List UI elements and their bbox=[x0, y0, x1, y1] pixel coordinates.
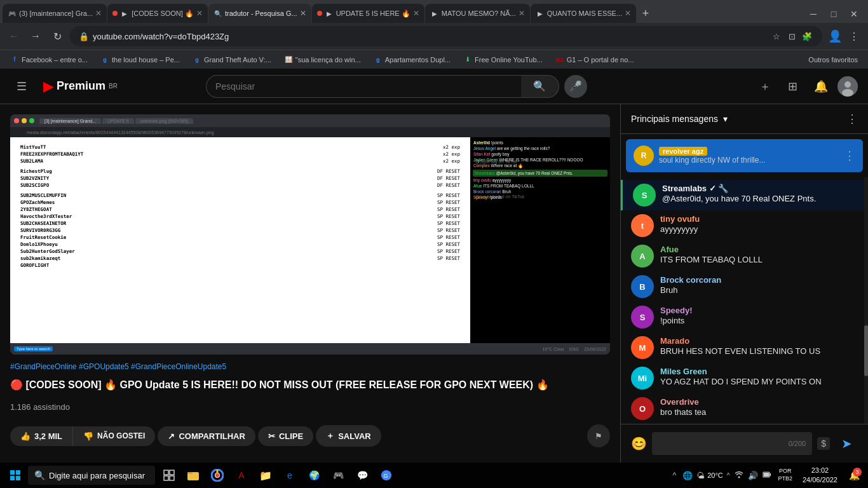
google-favicon-1: g bbox=[100, 55, 109, 64]
tab-3-close[interactable]: ✕ bbox=[300, 9, 306, 18]
chat-input-box[interactable]: 0/200 bbox=[652, 432, 812, 455]
bookmark-g1[interactable]: G1 G1 – O portal de no... bbox=[550, 54, 639, 65]
bookmark-star-icon[interactable]: ☆ bbox=[770, 30, 783, 43]
svg-rect-5 bbox=[10, 476, 15, 480]
tab-5-close[interactable]: ✕ bbox=[519, 9, 525, 18]
bookmark-facebook[interactable]: f Facebook – entre o... bbox=[5, 54, 93, 65]
tab-4[interactable]: ▶ UPDATE 5 IS HERE 🔥 ✕ bbox=[312, 4, 424, 23]
tab-3[interactable]: 🔍 tradutor - Pesquisa G... ✕ bbox=[208, 4, 311, 23]
network-status-icon[interactable] bbox=[733, 469, 745, 482]
clip-button[interactable]: ✂ CLIPE bbox=[258, 426, 313, 446]
network-icon[interactable]: 🌐 bbox=[681, 470, 694, 482]
chrome-taskbar-icon-2[interactable]: G bbox=[375, 464, 398, 487]
chat-more-button[interactable]: ⋮ bbox=[846, 112, 858, 126]
svg-text:G: G bbox=[384, 473, 388, 479]
chat-messages-list: S Streamlabs ✓ 🔧 @Aster0id, you have 70 … bbox=[621, 177, 868, 424]
send-button[interactable]: ➤ bbox=[835, 432, 858, 455]
new-tab-button[interactable]: + bbox=[637, 4, 654, 23]
volume-icon[interactable]: 🔊 bbox=[747, 470, 759, 482]
minimize-button[interactable]: ─ bbox=[804, 5, 822, 23]
hamburger-menu[interactable]: ☰ bbox=[10, 75, 33, 98]
tab-5[interactable]: ▶ MATOU MESMO? NÃ... ✕ bbox=[425, 4, 530, 23]
flag-icon: ⚑ bbox=[595, 431, 602, 441]
bookmark-loud-house[interactable]: g the loud house – Pe... bbox=[95, 54, 185, 65]
dollar-button[interactable]: $ bbox=[817, 437, 830, 450]
share-button[interactable]: ↗ COMPARTILHAR bbox=[158, 426, 255, 446]
svg-rect-9 bbox=[164, 476, 168, 480]
file-explorer-taskbar-icon[interactable] bbox=[182, 464, 205, 487]
more-menu-button[interactable]: ⋮ bbox=[845, 27, 863, 45]
url-bar[interactable]: 🔒 youtube.com/watch?v=doTbpd423Zg ☆ ⊡ 🧩 bbox=[70, 26, 822, 46]
taskbar-expand-button[interactable]: ^ bbox=[726, 471, 731, 480]
chat-scrollbar-track[interactable] bbox=[864, 177, 868, 424]
folder-taskbar-icon[interactable]: 📁 bbox=[254, 464, 277, 487]
emoji-button[interactable]: 😊 bbox=[631, 436, 647, 451]
youtube-logo[interactable]: ▶ Premium BR bbox=[43, 78, 118, 95]
edge-taskbar-icon[interactable]: e bbox=[278, 464, 301, 487]
create-button[interactable]: ＋ bbox=[754, 75, 776, 98]
firefox-taskbar-icon[interactable]: 🌍 bbox=[302, 464, 325, 487]
profile-icon[interactable]: 👤 bbox=[826, 27, 844, 45]
chat-header-title[interactable]: Principais mensagens ▾ bbox=[631, 114, 728, 124]
refresh-button[interactable]: ↻ bbox=[48, 27, 66, 45]
taskbar-clock[interactable]: 23:02 24/06/2022 bbox=[797, 466, 843, 485]
notifications-button-taskbar[interactable]: 🔔 3 bbox=[845, 466, 863, 484]
tab-6[interactable]: ▶ QUANTO MAIS ESSE... ✕ bbox=[531, 4, 636, 23]
user-avatar[interactable] bbox=[837, 76, 858, 97]
tab-5-favicon: ▶ bbox=[430, 9, 439, 18]
show-hidden-icons-button[interactable]: ^ bbox=[670, 468, 679, 482]
report-button[interactable]: ⚑ bbox=[587, 424, 610, 447]
search-input[interactable] bbox=[206, 75, 521, 98]
task-view-button[interactable] bbox=[158, 464, 180, 487]
chat-body-streamlabs-1: Streamlabs ✓ 🔧 @Aster0id, you have 70 Re… bbox=[662, 184, 858, 205]
voice-search-button[interactable]: 🎤 bbox=[564, 75, 587, 98]
close-button[interactable]: ✕ bbox=[845, 5, 863, 23]
chat-avatar-streamlabs-1: S bbox=[633, 184, 656, 207]
acrobat-taskbar-icon[interactable]: A bbox=[230, 464, 253, 487]
bookmark-apartments[interactable]: g Apartamentos Dupl... bbox=[369, 54, 456, 65]
save-button[interactable]: ＋ SALVAR bbox=[316, 425, 381, 447]
tab-2-close[interactable]: ✕ bbox=[196, 9, 203, 18]
chat-username-tiny-ovufu: tiny ovufu bbox=[660, 214, 700, 224]
sys-tray-icons: 🌐 🌤 20°C bbox=[681, 470, 723, 482]
chat-avatar-speedy: S bbox=[631, 306, 654, 329]
bookmark-gta[interactable]: g Grand Theft Auto V:... bbox=[187, 54, 276, 65]
tab-1[interactable]: 🎮 (3) [maintenance] Gra... ✕ bbox=[3, 4, 107, 23]
notifications-button[interactable]: 🔔 bbox=[810, 75, 832, 98]
chat-body-overdrive: Overdrive bro thats tea bbox=[660, 397, 858, 418]
bookmark-windows[interactable]: 🪟 "sua licença do win... bbox=[279, 54, 366, 65]
cast-icon[interactable]: ⊡ bbox=[785, 30, 798, 43]
svg-point-15 bbox=[215, 473, 219, 477]
language-display[interactable]: POR PTB2 bbox=[775, 468, 795, 482]
browser-chrome: 🎮 (3) [maintenance] Gra... ✕ ▶ [CODES SO… bbox=[0, 0, 868, 69]
bookmark-youtube-dl[interactable]: ⬇ Free Online YouTub... bbox=[458, 54, 548, 65]
tab-4-favicon: ▶ bbox=[325, 9, 334, 18]
search-button[interactable]: 🔍 bbox=[521, 75, 559, 98]
game-taskbar-icon[interactable]: 🎮 bbox=[327, 464, 349, 487]
taskbar-search-box[interactable]: 🔍 Digite aqui para pesquisar bbox=[28, 466, 155, 485]
apps-button[interactable]: ⊞ bbox=[782, 75, 804, 98]
windows-start-button[interactable] bbox=[5, 465, 25, 485]
chat-text-speedy: !points bbox=[660, 315, 858, 327]
tab-4-close[interactable]: ✕ bbox=[413, 9, 419, 18]
tab-1-close[interactable]: ✕ bbox=[95, 9, 102, 18]
messenger-taskbar-icon[interactable]: 💬 bbox=[351, 464, 374, 487]
tab-2[interactable]: ▶ [CODES SOON] 🔥 ✕ bbox=[107, 4, 208, 23]
like-button[interactable]: 👍 3,2 MIL bbox=[10, 426, 73, 446]
weather-icon: 🌤 bbox=[695, 470, 706, 482]
dislike-button[interactable]: 👎 NÃO GOSTEI bbox=[73, 426, 155, 446]
chat-scrollbar-thumb[interactable] bbox=[864, 325, 868, 376]
tab-6-close[interactable]: ✕ bbox=[625, 9, 631, 18]
bookmarks-more-button[interactable]: Outros favoritos bbox=[803, 55, 863, 65]
hashtags[interactable]: #GrandPieceOnline #GPOUpdate5 #GrandPiec… bbox=[10, 362, 610, 371]
pinned-message[interactable]: R revolver agz soul king directly NW of … bbox=[626, 139, 863, 172]
chat-message-speedy: S Speedy! !points bbox=[621, 302, 868, 332]
back-button[interactable]: ← bbox=[5, 27, 23, 45]
pinned-more-button[interactable]: ⋮ bbox=[844, 149, 855, 163]
battery-icon[interactable] bbox=[761, 469, 773, 482]
extensions-icon[interactable]: 🧩 bbox=[801, 30, 813, 43]
chat-username-marado: Marado bbox=[660, 336, 689, 346]
forward-button[interactable]: → bbox=[27, 27, 44, 45]
maximize-button[interactable]: □ bbox=[825, 5, 843, 23]
chrome-taskbar-icon[interactable] bbox=[206, 464, 229, 487]
